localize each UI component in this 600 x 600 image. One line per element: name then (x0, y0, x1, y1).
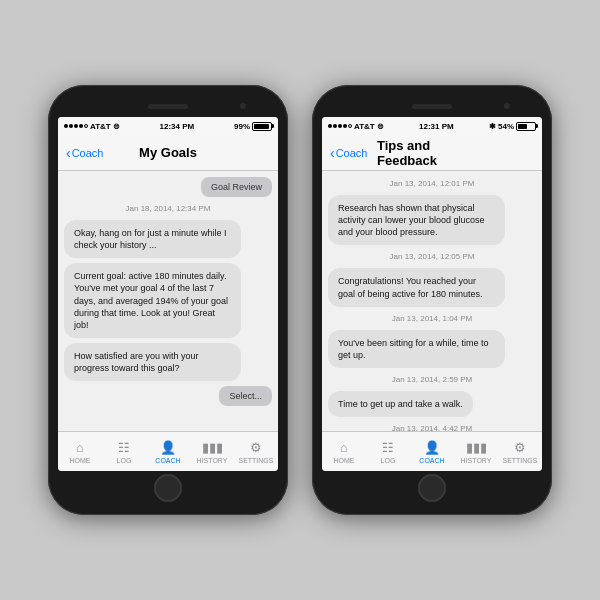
tab-home-label-2: HOME (334, 457, 355, 464)
chat-area-2: Jan 13, 2014, 12:01 PM Research has show… (322, 171, 542, 431)
tab-history-1[interactable]: ▮▮▮ HISTORY (190, 440, 234, 464)
phone-bottom-2 (322, 471, 542, 505)
history-icon-2: ▮▮▮ (466, 440, 487, 455)
bubble-2b: Congratulations! You reached your goal o… (328, 268, 505, 306)
timestamp-2e: Jan 13, 2014, 4:42 PM (328, 424, 536, 431)
tab-log-label-1: LOG (117, 457, 132, 464)
tab-history-2[interactable]: ▮▮▮ HISTORY (454, 440, 498, 464)
signal-2 (328, 124, 352, 128)
back-label-2: Coach (336, 147, 368, 159)
history-icon-1: ▮▮▮ (202, 440, 223, 455)
battery-pct-2: 54% (498, 122, 514, 131)
camera-1 (240, 103, 246, 109)
back-arrow-icon-1: ‹ (66, 146, 71, 160)
timestamp-2c: Jan 13, 2014, 1:04 PM (328, 314, 536, 323)
carrier-2: AT&T (354, 122, 375, 131)
phone-1: AT&T ⊜ 12:34 PM 99% ‹ Coach My Goals (48, 85, 288, 515)
nav-bar-2: ‹ Coach Tips and Feedback (322, 135, 542, 171)
coach-icon-1: 👤 (160, 440, 176, 455)
speaker-2 (412, 104, 452, 109)
scene: AT&T ⊜ 12:34 PM 99% ‹ Coach My Goals (0, 0, 600, 600)
timestamp-2a: Jan 13, 2014, 12:01 PM (328, 179, 536, 188)
tab-log-1[interactable]: ☷ LOG (102, 440, 146, 464)
bubble-2c: You've been sitting for a while, time to… (328, 330, 505, 368)
timestamp-1a: Jan 18, 2014, 12:34 PM (64, 204, 272, 213)
coach-icon-2: 👤 (424, 440, 440, 455)
tab-coach-label-2: COACH (419, 457, 444, 464)
back-arrow-icon-2: ‹ (330, 146, 335, 160)
signal-1 (64, 124, 88, 128)
bubble-1b: Current goal: active 180 minutes daily. … (64, 263, 241, 338)
carrier-1: AT&T (90, 122, 111, 131)
wifi-icon-1: ⊜ (113, 122, 120, 131)
speaker-1 (148, 104, 188, 109)
settings-icon-2: ⚙ (514, 440, 526, 455)
tab-home-2[interactable]: ⌂ HOME (322, 440, 366, 464)
tab-bar-1: ⌂ HOME ☷ LOG 👤 COACH ▮▮▮ HISTORY ⚙ SE (58, 431, 278, 471)
nav-bar-1: ‹ Coach My Goals (58, 135, 278, 171)
bubble-1c: How satisfied are you with your progress… (64, 343, 241, 381)
status-bar-2: AT&T ⊜ 12:31 PM ✱ 54% (322, 117, 542, 135)
phone-top-1 (58, 95, 278, 117)
back-button-1[interactable]: ‹ Coach (66, 146, 103, 160)
battery-2 (516, 122, 536, 131)
tab-settings-label-2: SETTINGS (502, 457, 537, 464)
status-bar-1: AT&T ⊜ 12:34 PM 99% (58, 117, 278, 135)
tab-bar-2: ⌂ HOME ☷ LOG 👤 COACH ▮▮▮ HISTORY ⚙ SE (322, 431, 542, 471)
battery-1 (252, 122, 272, 131)
time-2: 12:31 PM (419, 122, 454, 131)
screen-2: AT&T ⊜ 12:31 PM ✱ 54% ‹ Coach Tip (322, 117, 542, 471)
back-button-2[interactable]: ‹ Coach (330, 146, 367, 160)
tab-coach-label-1: COACH (155, 457, 180, 464)
back-label-1: Coach (72, 147, 104, 159)
tab-settings-2[interactable]: ⚙ SETTINGS (498, 440, 542, 464)
tab-coach-1[interactable]: 👤 COACH (146, 440, 190, 464)
tab-log-label-2: LOG (381, 457, 396, 464)
select-btn[interactable]: Select... (219, 386, 272, 406)
goal-review-btn[interactable]: Goal Review (201, 177, 272, 197)
time-1: 12:34 PM (160, 122, 195, 131)
phone-2: AT&T ⊜ 12:31 PM ✱ 54% ‹ Coach Tip (312, 85, 552, 515)
timestamp-2b: Jan 13, 2014, 12:05 PM (328, 252, 536, 261)
bubble-2d: Time to get up and take a walk. (328, 391, 473, 417)
nav-title-1: My Goals (139, 145, 197, 160)
home-button-2[interactable] (418, 474, 446, 502)
tab-home-label-1: HOME (70, 457, 91, 464)
nav-title-2: Tips and Feedback (377, 138, 487, 168)
settings-icon-1: ⚙ (250, 440, 262, 455)
screen-1: AT&T ⊜ 12:34 PM 99% ‹ Coach My Goals (58, 117, 278, 471)
tab-history-label-1: HISTORY (197, 457, 228, 464)
phone-top-2 (322, 95, 542, 117)
tab-settings-label-1: SETTINGS (238, 457, 273, 464)
tab-history-label-2: HISTORY (461, 457, 492, 464)
tab-settings-1[interactable]: ⚙ SETTINGS (234, 440, 278, 464)
camera-2 (504, 103, 510, 109)
bluetooth-icon-2: ✱ (489, 122, 496, 131)
battery-pct-1: 99% (234, 122, 250, 131)
tab-log-2[interactable]: ☷ LOG (366, 440, 410, 464)
log-icon-1: ☷ (118, 440, 130, 455)
phone-bottom-1 (58, 471, 278, 505)
home-icon-1: ⌂ (76, 440, 84, 455)
home-button-1[interactable] (154, 474, 182, 502)
tab-home-1[interactable]: ⌂ HOME (58, 440, 102, 464)
bubble-2a: Research has shown that physical activit… (328, 195, 505, 245)
bubble-1a: Okay, hang on for just a minute while I … (64, 220, 241, 258)
wifi-icon-2: ⊜ (377, 122, 384, 131)
tab-coach-2[interactable]: 👤 COACH (410, 440, 454, 464)
log-icon-2: ☷ (382, 440, 394, 455)
chat-area-1: Goal Review Jan 18, 2014, 12:34 PM Okay,… (58, 171, 278, 431)
timestamp-2d: Jan 13, 2014, 2:59 PM (328, 375, 536, 384)
home-icon-2: ⌂ (340, 440, 348, 455)
